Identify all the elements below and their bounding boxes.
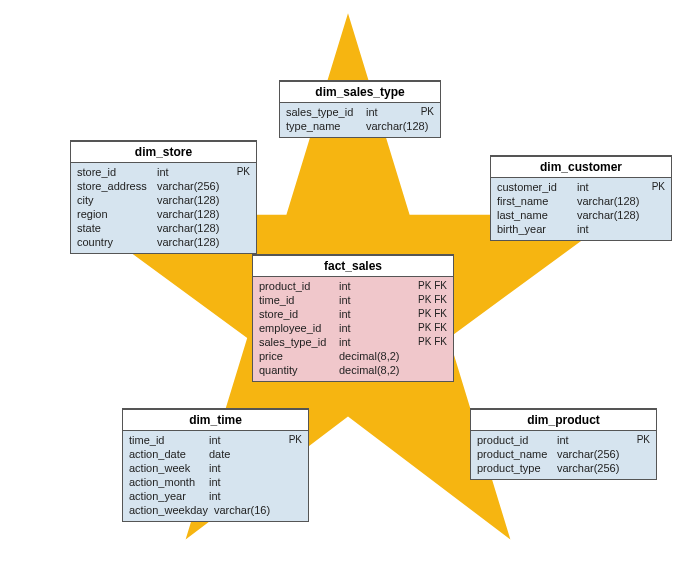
table-fact-sales: fact_sales product_idintPK FK time_idint… bbox=[252, 254, 454, 382]
table-title: dim_customer bbox=[491, 156, 671, 178]
table-title: dim_sales_type bbox=[280, 81, 440, 103]
table-row: quantitydecimal(8,2) bbox=[259, 363, 447, 377]
table-title: dim_product bbox=[471, 409, 656, 431]
table-title: fact_sales bbox=[253, 255, 453, 277]
table-row: product_idintPK FK bbox=[259, 279, 447, 293]
table-row: store_addressvarchar(256) bbox=[77, 179, 250, 193]
col-key bbox=[434, 120, 462, 132]
table-row: sales_type_id int PK bbox=[286, 105, 434, 119]
table-row: cityvarchar(128) bbox=[77, 193, 250, 207]
table-dim-customer: dim_customer customer_idintPK first_name… bbox=[490, 155, 672, 241]
col-type: int bbox=[366, 106, 400, 118]
table-dim-sales-type: dim_sales_type sales_type_id int PK type… bbox=[279, 80, 441, 138]
table-row: regionvarchar(128) bbox=[77, 207, 250, 221]
table-row: time_idintPK bbox=[129, 433, 302, 447]
table-title: dim_time bbox=[123, 409, 308, 431]
table-row: action_yearint bbox=[129, 489, 302, 503]
col-name: sales_type_id bbox=[286, 106, 360, 118]
table-row: employee_idintPK FK bbox=[259, 321, 447, 335]
table-row: pricedecimal(8,2) bbox=[259, 349, 447, 363]
table-row: store_idintPK FK bbox=[259, 307, 447, 321]
table-row: customer_idintPK bbox=[497, 180, 665, 194]
table-row: store_idintPK bbox=[77, 165, 250, 179]
col-type: varchar(128) bbox=[366, 120, 428, 132]
table-row: last_namevarchar(128) bbox=[497, 208, 665, 222]
table-row: sales_type_idintPK FK bbox=[259, 335, 447, 349]
table-row: type_name varchar(128) bbox=[286, 119, 434, 133]
table-row: countryvarchar(128) bbox=[77, 235, 250, 249]
table-row: action_monthint bbox=[129, 475, 302, 489]
col-name: type_name bbox=[286, 120, 360, 132]
table-dim-product: dim_product product_idintPK product_name… bbox=[470, 408, 657, 480]
table-row: statevarchar(128) bbox=[77, 221, 250, 235]
table-dim-store: dim_store store_idintPK store_addressvar… bbox=[70, 140, 257, 254]
col-key: PK bbox=[406, 106, 434, 118]
table-row: product_namevarchar(256) bbox=[477, 447, 650, 461]
table-title: dim_store bbox=[71, 141, 256, 163]
table-row: first_namevarchar(128) bbox=[497, 194, 665, 208]
table-row: product_typevarchar(256) bbox=[477, 461, 650, 475]
table-row: action_datedate bbox=[129, 447, 302, 461]
table-row: time_idintPK FK bbox=[259, 293, 447, 307]
table-dim-time: dim_time time_idintPK action_datedate ac… bbox=[122, 408, 309, 522]
table-row: product_idintPK bbox=[477, 433, 650, 447]
table-row: action_weekint bbox=[129, 461, 302, 475]
table-row: action_weekdayvarchar(16) bbox=[129, 503, 302, 517]
table-row: birth_yearint bbox=[497, 222, 665, 236]
